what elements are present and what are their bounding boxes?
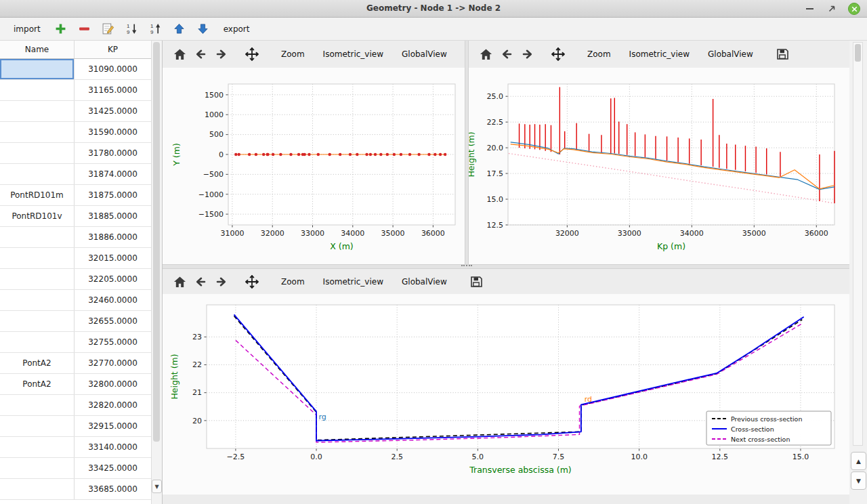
name-cell[interactable]: PontRD101m xyxy=(0,185,75,205)
zoom-button[interactable]: Zoom xyxy=(274,47,312,62)
svg-text:35000: 35000 xyxy=(742,229,766,238)
forward-button[interactable] xyxy=(520,46,536,62)
kp-cell[interactable]: 32205.0000 xyxy=(75,269,151,289)
name-cell[interactable] xyxy=(0,416,75,436)
name-cell[interactable] xyxy=(0,227,75,247)
global-view-button[interactable]: GlobalView xyxy=(701,47,760,62)
kp-cell[interactable]: 33140.0000 xyxy=(75,437,151,457)
name-cell[interactable]: PontA2 xyxy=(0,353,75,373)
name-cell[interactable] xyxy=(0,332,75,352)
kp-cell[interactable]: 31780.0000 xyxy=(75,143,151,163)
cross-section-chart-canvas[interactable]: −2.50.02.55.07.510.012.515.020212223rgrd… xyxy=(163,294,849,495)
home-button[interactable] xyxy=(172,47,188,62)
scroll-up-button[interactable]: ▲ xyxy=(851,452,866,470)
home-icon xyxy=(480,48,492,60)
table-row: 32820.0000 xyxy=(0,395,151,416)
isometric-view-button[interactable]: Isometric_view xyxy=(622,47,696,62)
close-button[interactable] xyxy=(848,3,860,15)
name-cell[interactable] xyxy=(0,248,75,268)
name-cell[interactable] xyxy=(0,122,75,142)
kp-cell[interactable]: 32755.0000 xyxy=(75,332,151,352)
kp-cell[interactable]: 33685.0000 xyxy=(75,479,151,499)
global-view-button[interactable]: GlobalView xyxy=(395,47,454,62)
kp-cell[interactable]: 31425.0000 xyxy=(75,101,151,121)
kp-cell[interactable]: 32915.0000 xyxy=(75,416,151,436)
move-up-button[interactable] xyxy=(171,20,188,38)
pan-button[interactable] xyxy=(244,274,260,290)
save-button[interactable] xyxy=(774,46,790,62)
isometric-view-button[interactable]: Isometric_view xyxy=(316,47,390,62)
name-cell[interactable] xyxy=(0,80,75,100)
sort-ascending-button[interactable]: 19 xyxy=(147,20,165,38)
isometric-view-button[interactable]: Isometric_view xyxy=(316,274,390,289)
kp-cell[interactable]: 31165.0000 xyxy=(75,80,151,100)
zoom-button[interactable]: Zoom xyxy=(274,274,312,289)
kp-cell[interactable]: 31590.0000 xyxy=(75,122,151,142)
kp-cell[interactable]: 31874.0000 xyxy=(75,164,151,184)
back-button[interactable] xyxy=(192,274,209,290)
name-cell[interactable]: PontRD101v xyxy=(0,206,75,226)
kp-cell[interactable]: 32460.0000 xyxy=(75,290,151,310)
kp-cell[interactable]: 31886.0000 xyxy=(75,227,151,247)
back-button[interactable] xyxy=(192,46,209,62)
svg-text:Height (m): Height (m) xyxy=(469,131,476,177)
import-button[interactable]: import xyxy=(8,24,46,34)
home-button[interactable] xyxy=(478,47,494,62)
add-row-button[interactable] xyxy=(52,20,70,38)
kp-cell[interactable]: 31885.0000 xyxy=(75,206,151,226)
kp-cell[interactable]: 32800.0000 xyxy=(75,374,151,394)
name-cell[interactable] xyxy=(0,59,75,79)
kp-cell[interactable]: 32770.0000 xyxy=(75,353,151,373)
kp-cell[interactable]: 31090.0000 xyxy=(75,59,151,79)
kp-cell[interactable]: 32820.0000 xyxy=(75,395,151,415)
back-button[interactable] xyxy=(499,46,515,62)
table-scrollbar-thumb[interactable] xyxy=(153,42,160,442)
move-down-button[interactable] xyxy=(194,20,212,38)
zoom-button[interactable]: Zoom xyxy=(580,47,618,62)
horizontal-splitter[interactable] xyxy=(163,264,849,269)
edit-button[interactable] xyxy=(100,20,117,38)
svg-text:rd: rd xyxy=(585,395,592,404)
name-cell[interactable] xyxy=(0,143,75,163)
vertical-scrollbar-thumb[interactable] xyxy=(855,44,861,62)
kp-cell[interactable]: 33425.0000 xyxy=(75,458,151,478)
home-button[interactable] xyxy=(172,274,188,289)
name-cell[interactable] xyxy=(0,290,75,310)
kp-cell[interactable]: 31875.0000 xyxy=(75,185,151,205)
name-cell[interactable] xyxy=(0,395,75,415)
column-header-kp[interactable]: KP xyxy=(75,41,151,58)
kp-cell[interactable]: 32655.0000 xyxy=(75,311,151,331)
svg-text:−2.5: −2.5 xyxy=(227,453,245,461)
name-cell[interactable]: PontA2 xyxy=(0,374,75,394)
forward-button[interactable] xyxy=(213,46,230,62)
plan-view-chart-canvas[interactable]: 310003200033000340003500036000−1500−1000… xyxy=(163,68,465,264)
restore-button[interactable] xyxy=(826,3,838,15)
pan-button[interactable] xyxy=(550,46,566,62)
sort-descending-button[interactable]: 19 xyxy=(123,20,141,38)
name-cell[interactable] xyxy=(0,311,75,331)
export-button[interactable]: export xyxy=(218,24,255,34)
name-cell[interactable] xyxy=(0,101,75,121)
vertical-scrollbar[interactable] xyxy=(853,42,863,446)
forward-button[interactable] xyxy=(213,274,230,290)
global-view-button[interactable]: GlobalView xyxy=(395,274,454,289)
minimize-icon xyxy=(806,8,813,9)
name-cell[interactable] xyxy=(0,479,75,499)
table-scrollbar[interactable]: ▼ xyxy=(151,41,162,504)
sort-descending-icon: 19 xyxy=(125,22,138,35)
table-header: Name KP xyxy=(0,41,151,59)
minimize-button[interactable] xyxy=(803,3,816,15)
table-row: 33425.0000 xyxy=(0,458,151,479)
name-cell[interactable] xyxy=(0,458,75,478)
column-header-name[interactable]: Name xyxy=(0,41,75,58)
table-scroll-down-button[interactable]: ▼ xyxy=(152,480,162,493)
name-cell[interactable] xyxy=(0,164,75,184)
scroll-down-button[interactable]: ▼ xyxy=(851,471,866,490)
name-cell[interactable] xyxy=(0,437,75,457)
remove-row-button[interactable] xyxy=(76,20,93,38)
profile-chart-canvas[interactable]: 320003300034000350003600012.515.017.520.… xyxy=(469,68,849,264)
name-cell[interactable] xyxy=(0,269,75,289)
save-button[interactable] xyxy=(468,274,484,290)
kp-cell[interactable]: 32015.0000 xyxy=(75,248,151,268)
pan-button[interactable] xyxy=(244,46,260,62)
